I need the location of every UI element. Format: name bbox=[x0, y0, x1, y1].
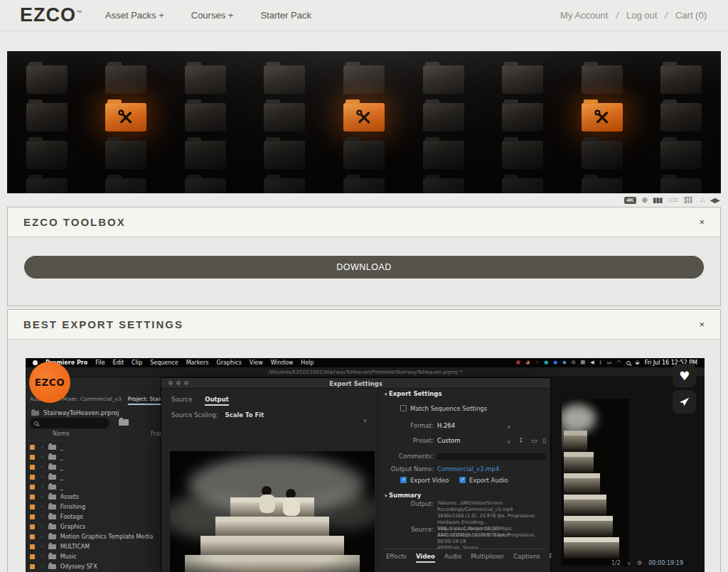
ezco-logo[interactable]: EZCO™ bbox=[20, 6, 82, 25]
export-settings-header: Export Settings bbox=[385, 390, 442, 397]
project-columns: Name Fram bbox=[26, 431, 161, 441]
folder-icon bbox=[185, 141, 226, 169]
audio-arrows-icon: ◀▶ bbox=[710, 197, 719, 204]
chevron-right-icon: › bbox=[41, 494, 43, 500]
dialog-title: Export Settings bbox=[161, 380, 550, 387]
summary-source-lines: Sequence, Commercial_v3 3840x2160 (1.0),… bbox=[437, 526, 550, 551]
export-video-checkbox bbox=[400, 477, 407, 483]
apple-icon bbox=[33, 360, 38, 365]
menu-view: View bbox=[250, 360, 263, 366]
folder-icon bbox=[502, 178, 543, 193]
project-folder-row: ›_ bbox=[26, 472, 161, 482]
label-swatch bbox=[30, 485, 35, 490]
project-folder-row: ›Finishing bbox=[26, 502, 161, 512]
log-out-link[interactable]: Log out bbox=[626, 10, 657, 21]
hero-banner[interactable] bbox=[7, 51, 721, 193]
cart-link[interactable]: Cart (0) bbox=[675, 10, 707, 21]
folder-icon bbox=[423, 65, 464, 94]
folder-icon bbox=[502, 141, 543, 169]
format-label: Format: bbox=[379, 422, 434, 429]
mac-menubar: Premiere Pro File Edit Clip Sequence Mar… bbox=[26, 358, 705, 367]
folder-icon bbox=[48, 465, 56, 470]
label-swatch bbox=[30, 495, 35, 500]
folder-icon bbox=[48, 514, 56, 519]
tools-icon bbox=[594, 109, 611, 126]
toolbox-folder-icon bbox=[343, 103, 385, 131]
folder-icon bbox=[582, 65, 623, 94]
4k-badge: 4K bbox=[624, 197, 636, 204]
chevron-right-icon: › bbox=[41, 454, 43, 460]
menu-sequence: Sequence bbox=[150, 360, 178, 366]
folder-icon bbox=[185, 103, 226, 131]
nav-starter-pack[interactable]: Starter Pack bbox=[260, 10, 311, 21]
label-swatch bbox=[30, 445, 35, 450]
label-swatch bbox=[30, 475, 35, 480]
label-swatch bbox=[30, 524, 35, 529]
folder-icon bbox=[423, 178, 464, 193]
folder-icon bbox=[48, 475, 56, 480]
summary-output-label: Output: bbox=[379, 500, 434, 507]
match-sequence-checkbox bbox=[400, 405, 407, 411]
project-folder-row: ›Motion Graphics Template Media bbox=[26, 531, 161, 541]
barcode-icon: ▮▮▮ bbox=[653, 197, 663, 204]
close-icon[interactable]: × bbox=[699, 217, 705, 227]
folder-icon bbox=[26, 178, 68, 193]
folder-icon bbox=[105, 65, 146, 94]
toolbox-panel: EZCO TOOLBOX × DOWNLOAD bbox=[7, 207, 721, 306]
folder-icon bbox=[26, 141, 68, 169]
menu-clip: Clip bbox=[132, 360, 142, 366]
my-account-link[interactable]: My Account bbox=[560, 10, 608, 21]
hero-folder-grid bbox=[7, 51, 721, 193]
nav-courses[interactable]: Courses + bbox=[191, 10, 234, 21]
project-search-input bbox=[30, 418, 109, 428]
control-center-icon: ◒ bbox=[636, 360, 640, 365]
download-button[interactable]: DOWNLOAD bbox=[24, 256, 704, 279]
delete-preset-icon: ▯ bbox=[542, 437, 546, 444]
label-swatch bbox=[30, 514, 35, 519]
blue-app-icon: ● bbox=[553, 360, 557, 365]
summary-source-label: Source: bbox=[379, 526, 434, 533]
subpixel-icon: ∴ bbox=[700, 197, 704, 204]
folder-icon bbox=[48, 495, 56, 500]
dither-icon: ⁙⁙ bbox=[668, 197, 678, 204]
nav-asset-packs[interactable]: Asset Packs + bbox=[105, 10, 164, 21]
folder-icon bbox=[582, 178, 623, 193]
export-bottom-tabs: Effects Video Audio Multiplexer Captions… bbox=[386, 553, 571, 563]
folder-icon bbox=[660, 141, 702, 169]
label-swatch bbox=[30, 564, 35, 569]
export-video-label: Export Video bbox=[410, 477, 449, 484]
tab-captions: Captions bbox=[513, 553, 540, 563]
folder-icon bbox=[105, 141, 146, 169]
menu-window: Window bbox=[271, 360, 294, 366]
label-swatch bbox=[30, 455, 35, 460]
stairs-scene bbox=[170, 451, 375, 572]
tab-output: Output bbox=[205, 396, 229, 406]
chevron-right-icon: › bbox=[41, 464, 43, 470]
project-folder-row: ›_ bbox=[26, 452, 161, 462]
project-folder-row: ›_ bbox=[26, 482, 161, 492]
output-name-link: Commercial_v3.mp4 bbox=[437, 465, 499, 473]
tools-icon bbox=[355, 109, 373, 126]
project-file-name: StairwayToHeaven.prproj bbox=[43, 409, 119, 416]
label-swatch bbox=[30, 554, 35, 559]
folder-icon bbox=[582, 141, 623, 169]
format-icon-strip: 4K ⊕ ▮▮▮ ⁙⁙ XYZ XYZ ∴ ◀▶ bbox=[9, 195, 719, 205]
folder-icon bbox=[48, 554, 56, 559]
teal-app-icon: ● bbox=[544, 360, 548, 365]
project-file-row: StairwayToHeaven.prproj bbox=[31, 409, 119, 416]
share-button[interactable] bbox=[673, 390, 696, 414]
comments-label: Comments: bbox=[379, 453, 434, 460]
folder-icon bbox=[343, 65, 385, 94]
folder-icon bbox=[502, 65, 543, 94]
chevron-down-icon bbox=[507, 423, 510, 430]
export-panel-title: BEST EXPORT SETTINGS bbox=[23, 318, 183, 330]
chevron-right-icon: › bbox=[41, 554, 43, 559]
toolbox-body: DOWNLOAD bbox=[8, 237, 720, 306]
menu-help: Help bbox=[301, 360, 314, 366]
favorite-button[interactable]: ♥ bbox=[673, 364, 696, 387]
label-swatch bbox=[30, 504, 35, 509]
export-settings-panel: BEST EXPORT SETTINGS × Premiere Pro File… bbox=[7, 309, 721, 572]
trademark: ™ bbox=[76, 9, 82, 16]
close-icon[interactable]: × bbox=[699, 320, 705, 329]
diamond-app-icon: ◆ bbox=[562, 360, 566, 365]
